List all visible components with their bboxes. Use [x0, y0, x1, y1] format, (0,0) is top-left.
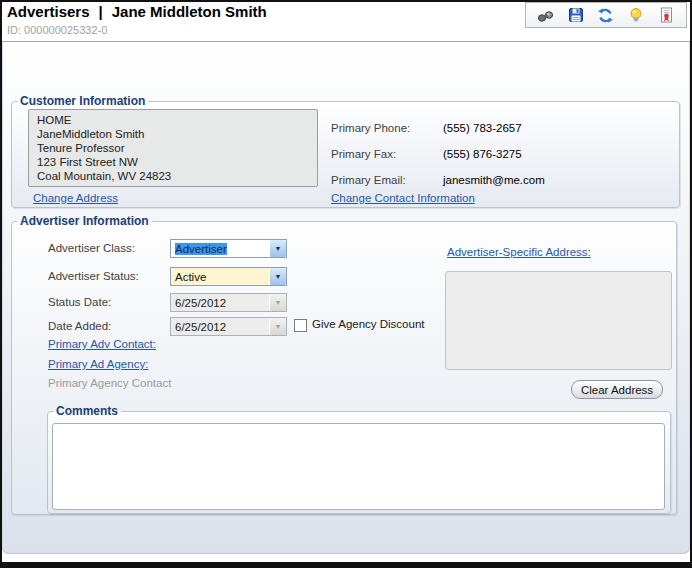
address-line: Coal Mountain, WV 24823 — [37, 169, 309, 183]
primary-email-label: Primary Email: — [331, 174, 406, 186]
advertiser-status-dropdown[interactable]: Active ▼ — [170, 267, 287, 286]
advertiser-specific-address-link[interactable]: Advertiser-Specific Address: — [447, 246, 591, 258]
primary-agency-contact-label: Primary Agency Contact — [48, 377, 171, 389]
customer-information-legend: Customer Information — [17, 94, 148, 108]
advertiser-class-dropdown[interactable]: Advertiser ▼ — [170, 239, 287, 258]
primary-phone-label: Primary Phone: — [331, 122, 410, 134]
toolbar — [525, 2, 687, 28]
address-line: Tenure Professor — [37, 141, 309, 155]
comments-legend: Comments — [53, 404, 121, 418]
customer-address-box: HOME JaneMiddleton Smith Tenure Professo… — [28, 109, 318, 187]
save-floppy-icon — [568, 7, 584, 23]
page-title-section: Advertisers — [7, 3, 90, 20]
advertiser-class-value: Advertiser — [175, 243, 227, 255]
primary-ad-agency-link[interactable]: Primary Ad Agency: — [48, 358, 148, 370]
advertiser-specific-address-box — [445, 271, 672, 370]
refresh-button[interactable] — [595, 4, 617, 26]
page-title: Advertisers | Jane Middleton Smith — [7, 3, 267, 20]
refresh-icon — [597, 7, 614, 24]
primary-fax-value: (555) 876-3275 — [443, 148, 522, 160]
address-line: JaneMiddleton Smith — [37, 127, 309, 141]
change-address-link[interactable]: Change Address — [33, 192, 118, 204]
advertiser-status-label: Advertiser Status: — [48, 270, 139, 282]
lightbulb-icon — [628, 7, 644, 23]
status-date-dropdown: 6/25/2012 ▼ — [170, 293, 287, 312]
address-line: HOME — [37, 113, 309, 127]
advertiser-information-legend: Advertiser Information — [17, 214, 152, 228]
chevron-down-icon: ▼ — [269, 294, 286, 311]
primary-fax-label: Primary Fax: — [331, 148, 396, 160]
give-agency-discount-checkbox[interactable] — [294, 319, 307, 332]
window-frame: Advertisers | Jane Middleton Smith ID: 0… — [0, 0, 692, 568]
report-document-icon — [659, 7, 674, 23]
report-button[interactable] — [656, 4, 678, 26]
advertiser-status-value: Active — [171, 271, 269, 283]
content-panel: Customer Information HOME JaneMiddleton … — [2, 42, 690, 554]
chevron-down-icon: ▼ — [269, 318, 286, 335]
address-line: 123 First Street NW — [37, 155, 309, 169]
comments-textarea[interactable] — [52, 423, 665, 510]
chevron-down-icon[interactable]: ▼ — [269, 268, 286, 285]
binoculars-icon — [537, 7, 554, 24]
tip-button[interactable] — [625, 4, 647, 26]
primary-phone-value: (555) 783-2657 — [443, 122, 522, 134]
advertiser-class-label: Advertiser Class: — [48, 242, 135, 254]
find-button[interactable] — [534, 4, 556, 26]
save-button[interactable] — [565, 4, 587, 26]
date-added-dropdown: 6/25/2012 ▼ — [170, 317, 287, 336]
clear-address-button[interactable]: Clear Address — [571, 380, 663, 399]
chevron-down-icon[interactable]: ▼ — [269, 240, 286, 257]
record-id: ID: 000000025332-0 — [7, 24, 107, 36]
date-added-label: Date Added: — [48, 320, 111, 332]
page-title-name: Jane Middleton Smith — [112, 3, 267, 20]
status-date-value: 6/25/2012 — [171, 297, 269, 309]
primary-email-value: janesmith@me.com — [443, 174, 545, 186]
advertiser-record-window: Advertisers | Jane Middleton Smith ID: 0… — [2, 2, 690, 562]
change-contact-information-link[interactable]: Change Contact Information — [331, 192, 475, 204]
primary-adv-contact-link[interactable]: Primary Adv Contact: — [48, 338, 156, 350]
page-title-separator: | — [99, 3, 103, 20]
give-agency-discount-label: Give Agency Discount — [312, 318, 425, 330]
status-date-label: Status Date: — [48, 296, 111, 308]
date-added-value: 6/25/2012 — [171, 321, 269, 333]
